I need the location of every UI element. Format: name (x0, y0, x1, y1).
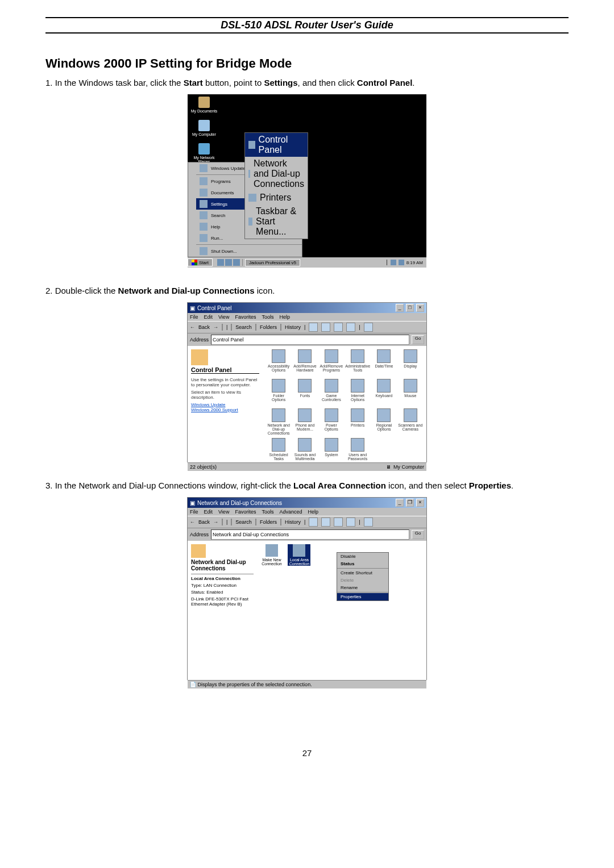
close-button[interactable]: × (416, 499, 424, 507)
menu-edit[interactable]: Edit (204, 509, 213, 515)
minimize-button[interactable]: _ (396, 304, 404, 312)
up-button[interactable] (222, 519, 223, 525)
desktop-icon-my-documents[interactable]: My Documents (190, 97, 218, 113)
toolbar-icon[interactable] (364, 518, 373, 527)
link-win2000-support[interactable]: Windows 2000 Support (191, 407, 259, 412)
submenu-taskbar[interactable]: Taskbar & Start Menu... (245, 205, 308, 239)
menu-file[interactable]: File (190, 509, 198, 515)
menu-advanced[interactable]: Advanced (279, 509, 302, 515)
cp-icon-internet-options[interactable]: Internet Options (345, 379, 370, 407)
desktop-icon-network-places[interactable]: My Network Places (190, 143, 218, 164)
cp-icon-users-and-passwords[interactable]: Users and Passwords (345, 438, 370, 466)
cp-icon-sounds-and-multimedia[interactable]: Sounds and Multimedia (292, 438, 317, 466)
menu-tools[interactable]: Tools (262, 314, 273, 320)
go-button[interactable]: Go (412, 335, 424, 344)
cp-icon-network-and-dial-up-connections[interactable]: Network and Dial-up Connections (266, 408, 291, 437)
toolbar[interactable]: ←Back → | Search Folders History | | (188, 321, 426, 333)
cp-icon-administrative-tools[interactable]: Administrative Tools (345, 349, 370, 378)
back-button[interactable]: ← (190, 519, 195, 525)
start-button[interactable]: Start (188, 258, 213, 266)
menu-help[interactable]: Help (279, 314, 290, 320)
ql-icon[interactable] (225, 259, 232, 266)
cp-icon-add-remove-hardware[interactable]: Add/Remove Hardware (292, 349, 317, 378)
cp-icon-printers[interactable]: Printers (345, 408, 370, 437)
cp-icon-game-controllers[interactable]: Game Controllers (319, 379, 344, 407)
icon-local-area-connection[interactable]: Local Area Connection (288, 544, 310, 566)
go-button[interactable]: Go (412, 530, 424, 539)
menu-favorites[interactable]: Favorites (235, 509, 256, 515)
submenu-network[interactable]: Network and Dial-up Connections (245, 157, 308, 191)
forward-button[interactable]: → (213, 519, 218, 525)
cp-icon-phone-and-modem-[interactable]: Phone and Modem... (292, 408, 317, 437)
back-button[interactable]: ← (190, 324, 195, 330)
ctx-disable[interactable]: Disable (337, 553, 388, 560)
menu-view[interactable]: View (218, 314, 229, 320)
tray-icon[interactable] (391, 260, 396, 265)
history-button[interactable] (280, 519, 281, 525)
menu-view[interactable]: View (218, 509, 229, 515)
cp-icon-display[interactable]: Display (398, 349, 423, 378)
toolbar-icon[interactable] (321, 323, 330, 332)
toolbar-icon[interactable] (321, 518, 330, 527)
menu-help[interactable]: Help (308, 509, 318, 515)
start-item-shutdown[interactable]: Shut Down... (196, 245, 302, 257)
tray-icon[interactable] (399, 260, 404, 265)
cp-icon-scanners-and-cameras[interactable]: Scanners and Cameras (398, 408, 423, 437)
restore-button[interactable]: ❐ (406, 499, 414, 507)
ctx-create-shortcut[interactable]: Create Shortcut (337, 569, 388, 577)
toolbar-icon[interactable] (334, 323, 343, 332)
quick-launch[interactable] (215, 259, 243, 266)
submenu-control-panel[interactable]: Control Panel (245, 133, 308, 157)
ql-icon[interactable] (217, 259, 224, 266)
folders-button[interactable] (255, 324, 256, 330)
settings-submenu[interactable]: Control Panel Network and Dial-up Connec… (244, 132, 308, 239)
cp-icon-mouse[interactable]: Mouse (398, 379, 423, 407)
toolbar-icon[interactable] (309, 323, 318, 332)
taskbar-task[interactable]: Jadoun Professional v5 (245, 259, 300, 266)
ctx-properties[interactable]: Properties (337, 593, 388, 600)
cp-icon-accessibility-options[interactable]: Accessibility Options (266, 349, 291, 378)
cp-icon-scheduled-tasks[interactable]: Scheduled Tasks (266, 438, 291, 466)
ctx-rename[interactable]: Rename (337, 584, 388, 591)
submenu-printers[interactable]: Printers (245, 191, 308, 205)
connections-area[interactable]: Make New Connection Local Area Connectio… (257, 541, 426, 680)
up-button[interactable] (222, 324, 223, 330)
cp-icon-date-time[interactable]: Date/Time (371, 349, 396, 378)
address-input[interactable] (211, 335, 409, 345)
toolbar[interactable]: ←Back → | Search Folders History | | (188, 516, 426, 528)
system-tray[interactable]: 8:19 AM (387, 260, 426, 265)
window-title-bar[interactable]: ▣ Network and Dial-up Connections _ ❐ × (188, 498, 426, 508)
maximize-button[interactable]: □ (406, 304, 414, 312)
ctx-status[interactable]: Status (337, 560, 388, 567)
menu-file[interactable]: File (190, 314, 198, 320)
cp-icon-regional-options[interactable]: Regional Options (371, 408, 396, 437)
forward-button[interactable]: → (213, 324, 218, 330)
search-button[interactable] (231, 519, 232, 525)
menu-tools[interactable]: Tools (262, 509, 273, 515)
menu-favorites[interactable]: Favorites (235, 314, 256, 320)
cp-icon-fonts[interactable]: Fonts (292, 379, 317, 407)
taskbar[interactable]: Start Jadoun Professional v5 8:19 AM (188, 257, 426, 268)
cp-icon-power-options[interactable]: Power Options (319, 408, 344, 437)
cp-icon-system[interactable]: System (319, 438, 344, 466)
toolbar-icon[interactable] (364, 323, 373, 332)
desktop-icon-my-computer[interactable]: My Computer (190, 120, 218, 136)
search-button[interactable] (231, 324, 232, 330)
toolbar-icon[interactable] (346, 518, 355, 527)
history-button[interactable] (280, 324, 281, 330)
cp-icon-folder-options[interactable]: Folder Options (266, 379, 291, 407)
cp-icon-keyboard[interactable]: Keyboard (371, 379, 396, 407)
address-bar[interactable]: Address Go (188, 333, 426, 346)
icon-make-new-connection[interactable]: Make New Connection (260, 544, 283, 566)
link-windows-update[interactable]: Windows Update (191, 402, 259, 407)
minimize-button[interactable]: _ (396, 499, 404, 507)
menu-bar[interactable]: File Edit View Favorites Tools Help (188, 313, 426, 321)
address-bar[interactable]: Address Go (188, 528, 426, 541)
ql-icon[interactable] (233, 259, 240, 266)
toolbar-icon[interactable] (309, 518, 318, 527)
context-menu[interactable]: Disable Status Create Shortcut Delete Re… (337, 552, 389, 601)
folders-button[interactable] (255, 519, 256, 525)
menu-edit[interactable]: Edit (204, 314, 213, 320)
toolbar-icon[interactable] (346, 323, 355, 332)
cp-icon-add-remove-programs[interactable]: Add/Remove Programs (319, 349, 344, 378)
